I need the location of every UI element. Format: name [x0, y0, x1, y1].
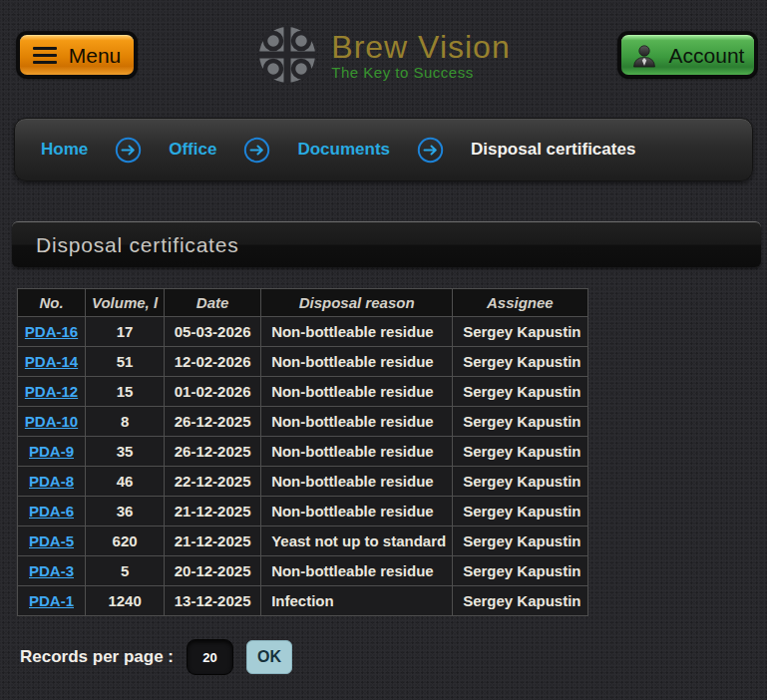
- cell-no: PDA-16: [18, 317, 86, 347]
- cell-assignee: Sergey Kapustin: [453, 586, 587, 616]
- records-per-page-input[interactable]: [187, 639, 233, 675]
- cell-assignee: Sergey Kapustin: [453, 437, 587, 467]
- cell-volume: 36: [86, 497, 165, 526]
- cell-date: 13-12-2025: [165, 586, 261, 616]
- cell-assignee: Sergey Kapustin: [453, 347, 587, 377]
- cell-reason: Non-bottleable residue: [261, 437, 453, 467]
- table-row: PDA-562021-12-2025Yeast not up to standa…: [18, 526, 588, 556]
- records-per-page-label: Records per page :: [20, 647, 174, 667]
- cell-reason: Yeast not up to standard: [261, 526, 453, 556]
- breadcrumb-current: Disposal certificates: [471, 140, 635, 160]
- certificate-link[interactable]: PDA-8: [29, 473, 74, 490]
- page: Menu Brew Vision The Key to Success: [0, 0, 767, 700]
- table-row: PDA-121501-02-2026Non-bottleable residue…: [18, 377, 588, 407]
- cell-date: 21-12-2025: [165, 497, 261, 526]
- logo: Brew Vision The Key to Success: [258, 26, 510, 84]
- column-header-assignee: Assignee: [453, 289, 587, 317]
- table-row: PDA-1124013-12-2025InfectionSergey Kapus…: [18, 586, 588, 616]
- table-row: PDA-84622-12-2025Non-bottleable residueS…: [18, 467, 588, 497]
- account-button-label: Account: [669, 44, 745, 68]
- cell-volume: 1240: [86, 586, 165, 616]
- cell-assignee: Sergey Kapustin: [453, 377, 587, 407]
- arrow-right-icon: [243, 137, 270, 164]
- breadcrumb-documents[interactable]: Documents: [297, 140, 390, 160]
- cell-date: 26-12-2025: [165, 407, 261, 437]
- cell-assignee: Sergey Kapustin: [453, 407, 587, 437]
- cell-volume: 17: [86, 317, 165, 347]
- account-button[interactable]: Account: [618, 32, 757, 78]
- table-row: PDA-161705-03-2026Non-bottleable residue…: [18, 317, 588, 347]
- certificate-link[interactable]: PDA-12: [25, 383, 78, 400]
- cell-no: PDA-14: [18, 347, 86, 377]
- cell-date: 26-12-2025: [165, 437, 261, 467]
- column-header-date: Date: [165, 289, 261, 317]
- certificate-link[interactable]: PDA-3: [29, 562, 74, 579]
- cell-assignee: Sergey Kapustin: [453, 526, 587, 556]
- certificate-link[interactable]: PDA-9: [29, 443, 74, 460]
- certificates-table: No. Volume, l Date Disposal reason Assig…: [17, 288, 588, 616]
- ok-button[interactable]: OK: [246, 640, 292, 674]
- cell-volume: 5: [86, 556, 165, 586]
- table-body: PDA-161705-03-2026Non-bottleable residue…: [18, 317, 588, 616]
- table-row: PDA-10826-12-2025Non-bottleable residueS…: [18, 407, 588, 437]
- cell-date: 20-12-2025: [165, 556, 261, 586]
- app-title: Brew Vision: [331, 30, 510, 64]
- table-row: PDA-63621-12-2025Non-bottleable residueS…: [18, 497, 588, 526]
- breadcrumb: Home Office Documents Disposal certifica…: [14, 118, 753, 181]
- cell-assignee: Sergey Kapustin: [453, 497, 587, 526]
- certificate-link[interactable]: PDA-14: [25, 353, 78, 370]
- cell-reason: Non-bottleable residue: [261, 407, 453, 437]
- table-row: PDA-3520-12-2025Non-bottleable residueSe…: [18, 556, 588, 586]
- cell-assignee: Sergey Kapustin: [453, 467, 587, 497]
- logo-text: Brew Vision The Key to Success: [331, 30, 510, 81]
- cell-date: 05-03-2026: [165, 317, 261, 347]
- cell-volume: 46: [86, 467, 165, 497]
- cell-assignee: Sergey Kapustin: [453, 317, 587, 347]
- cell-no: PDA-5: [18, 526, 86, 556]
- cell-no: PDA-12: [18, 377, 86, 407]
- cell-no: PDA-6: [18, 497, 86, 526]
- cell-reason: Non-bottleable residue: [261, 497, 453, 526]
- certificate-link[interactable]: PDA-16: [25, 323, 78, 340]
- column-header-volume: Volume, l: [86, 289, 165, 317]
- page-title: Disposal certificates: [36, 233, 239, 257]
- cell-reason: Non-bottleable residue: [261, 556, 453, 586]
- cell-reason: Non-bottleable residue: [261, 347, 453, 377]
- arrow-right-icon: [115, 137, 142, 164]
- certificate-link[interactable]: PDA-10: [25, 413, 78, 430]
- top-bar: Menu Brew Vision The Key to Success: [0, 0, 767, 110]
- certificate-link[interactable]: PDA-1: [29, 592, 74, 609]
- table-row: PDA-145112-02-2026Non-bottleable residue…: [18, 347, 588, 377]
- user-icon: [631, 43, 657, 69]
- cell-date: 12-02-2026: [165, 347, 261, 377]
- hamburger-icon: [33, 47, 57, 64]
- table-header: No. Volume, l Date Disposal reason Assig…: [18, 289, 588, 317]
- cell-volume: 15: [86, 377, 165, 407]
- menu-button-label: Menu: [69, 44, 122, 68]
- menu-button[interactable]: Menu: [17, 32, 137, 78]
- table-row: PDA-93526-12-2025Non-bottleable residueS…: [18, 437, 588, 467]
- breadcrumb-office[interactable]: Office: [169, 140, 216, 160]
- brew-vision-logo-icon: [258, 26, 316, 84]
- cell-volume: 8: [86, 407, 165, 437]
- cell-date: 01-02-2026: [165, 377, 261, 407]
- cell-no: PDA-10: [18, 407, 86, 437]
- cell-date: 22-12-2025: [165, 467, 261, 497]
- cell-reason: Non-bottleable residue: [261, 377, 453, 407]
- records-per-page-bar: Records per page : OK: [20, 639, 767, 675]
- app-tagline: The Key to Success: [331, 64, 510, 81]
- cell-no: PDA-9: [18, 437, 86, 467]
- breadcrumb-home[interactable]: Home: [41, 140, 88, 160]
- cell-volume: 35: [86, 437, 165, 467]
- column-header-reason: Disposal reason: [261, 289, 453, 317]
- cell-no: PDA-3: [18, 556, 86, 586]
- cell-reason: Infection: [261, 586, 453, 616]
- page-title-bar: Disposal certificates: [12, 221, 761, 267]
- certificate-link[interactable]: PDA-5: [29, 532, 74, 549]
- arrow-right-icon: [417, 137, 444, 164]
- cell-date: 21-12-2025: [165, 526, 261, 556]
- cell-reason: Non-bottleable residue: [261, 317, 453, 347]
- certificate-link[interactable]: PDA-6: [29, 503, 74, 520]
- cell-no: PDA-1: [18, 586, 86, 616]
- cell-reason: Non-bottleable residue: [261, 467, 453, 497]
